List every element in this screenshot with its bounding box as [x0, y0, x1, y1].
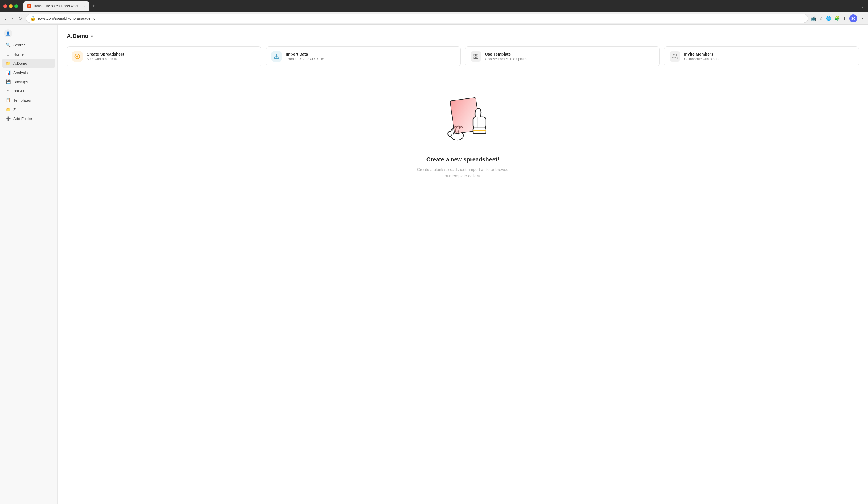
invite-members-icon	[670, 51, 680, 62]
invite-members-text: Invite Members Collaborate with others	[684, 52, 719, 61]
action-cards: Create Spreadsheet Start with a blank fi…	[67, 46, 859, 67]
tab-bar: R Rows: The spreadsheet wher... × +	[23, 1, 856, 11]
sidebar-item-ademo[interactable]: 📁 A.Demo	[2, 59, 55, 68]
use-template-subtitle: Choose from 50+ templates	[485, 57, 528, 61]
svg-rect-5	[476, 54, 478, 56]
svg-point-8	[673, 54, 675, 57]
invite-members-subtitle: Collaborate with others	[684, 57, 719, 61]
create-spreadsheet-icon	[72, 51, 83, 62]
sidebar: 👤 🔍 Search ⌂ Home 📁 A.Demo 📊 Analysis 💾 …	[0, 25, 58, 504]
address-bar-row: ‹ › ↻ 🔒 rows.com/sourabh-choraria/ademo …	[0, 12, 868, 25]
sidebar-z-label: Z	[13, 107, 16, 112]
add-folder-icon: ➕	[6, 116, 10, 121]
sidebar-item-add-folder[interactable]: ➕ Add Folder	[2, 114, 55, 123]
cast-icon[interactable]: 📺	[811, 16, 817, 21]
browser-menu-icon[interactable]: ⋮	[860, 4, 865, 8]
active-tab[interactable]: R Rows: The spreadsheet wher... ×	[23, 1, 90, 11]
forward-button[interactable]: ›	[10, 15, 14, 22]
import-data-icon	[271, 51, 282, 62]
translate-icon[interactable]: 🌐	[826, 16, 831, 21]
sidebar-item-z[interactable]: 📁 Z	[2, 105, 55, 114]
sidebar-search-label: Search	[13, 43, 25, 47]
empty-state-subtitle: Create a blank spreadsheet, import a fil…	[414, 167, 512, 179]
templates-icon: 📋	[6, 98, 10, 102]
svg-rect-6	[476, 57, 478, 59]
page-header: A.Demo ▾	[67, 33, 859, 39]
new-tab-button[interactable]: +	[92, 3, 95, 9]
page-title-dropdown-icon[interactable]: ▾	[91, 34, 93, 39]
tab-favicon: R	[27, 4, 31, 8]
create-spreadsheet-subtitle: Start with a blank file	[86, 57, 124, 61]
empty-state-title: Create a new spreadsheet!	[426, 156, 499, 163]
home-icon: ⌂	[6, 52, 10, 57]
tab-close-button[interactable]: ×	[83, 4, 85, 8]
sidebar-issues-label: Issues	[13, 89, 24, 93]
svg-rect-7	[474, 57, 475, 59]
sidebar-templates-label: Templates	[13, 98, 31, 102]
empty-illustration	[428, 95, 497, 147]
close-traffic-light[interactable]	[3, 4, 7, 8]
page-title: A.Demo	[67, 33, 89, 39]
maximize-traffic-light[interactable]	[14, 4, 18, 8]
empty-state: Create a new spreadsheet! Create a blank…	[67, 78, 859, 196]
browser-right-controls: ⋮	[860, 4, 865, 8]
z-folder-icon: 📁	[6, 107, 10, 112]
sidebar-item-home[interactable]: ⌂ Home	[2, 50, 55, 58]
traffic-lights	[3, 4, 18, 8]
create-spreadsheet-card[interactable]: Create Spreadsheet Start with a blank fi…	[67, 46, 261, 67]
sidebar-ademo-label: A.Demo	[13, 61, 27, 65]
browser-chrome: R Rows: The spreadsheet wher... × + ⋮	[0, 0, 868, 12]
sidebar-backups-label: Backups	[13, 80, 28, 84]
sidebar-item-templates[interactable]: 📋 Templates	[2, 96, 55, 104]
lock-icon: 🔒	[30, 16, 36, 21]
sidebar-item-search[interactable]: 🔍 Search	[2, 41, 55, 49]
search-icon: 🔍	[6, 43, 10, 47]
bookmark-icon[interactable]: ☆	[819, 16, 823, 21]
create-spreadsheet-text: Create Spreadsheet Start with a blank fi…	[86, 52, 124, 61]
create-spreadsheet-title: Create Spreadsheet	[86, 52, 124, 57]
invite-members-title: Invite Members	[684, 52, 719, 57]
import-data-text: Import Data From a CSV or XLSX file	[286, 52, 324, 61]
minimize-traffic-light[interactable]	[9, 4, 13, 8]
analysis-icon: 📊	[6, 70, 10, 75]
backups-icon: 💾	[6, 79, 10, 84]
tab-title: Rows: The spreadsheet wher...	[34, 4, 81, 8]
back-button[interactable]: ‹	[3, 15, 7, 22]
sidebar-item-backups[interactable]: 💾 Backups	[2, 78, 55, 86]
folder-icon: 📁	[6, 61, 10, 65]
issues-icon: ⚠	[6, 89, 10, 93]
profile-avatar[interactable]: SC	[849, 14, 857, 22]
browser-toolbar-right: 📺 ☆ 🌐 🧩 ⬇ SC ⋮	[811, 14, 865, 22]
chrome-menu-icon[interactable]: ⋮	[860, 16, 865, 21]
invite-members-card[interactable]: Invite Members Collaborate with others	[664, 46, 859, 67]
svg-rect-11	[473, 117, 486, 128]
main-content: A.Demo ▾ Create Spreadsheet Start with a…	[58, 25, 868, 504]
sidebar-add-folder-label: Add Folder	[13, 117, 32, 121]
extension-icon[interactable]: 🧩	[834, 16, 840, 21]
import-data-card[interactable]: Import Data From a CSV or XLSX file	[266, 46, 461, 67]
use-template-text: Use Template Choose from 50+ templates	[485, 52, 528, 61]
import-data-subtitle: From a CSV or XLSX file	[286, 57, 324, 61]
address-bar[interactable]: 🔒 rows.com/sourabh-choraria/ademo	[26, 14, 808, 23]
use-template-icon	[471, 51, 481, 62]
sidebar-analysis-label: Analysis	[13, 71, 28, 75]
sidebar-item-analysis[interactable]: 📊 Analysis	[2, 68, 55, 77]
use-template-title: Use Template	[485, 52, 528, 57]
user-avatar[interactable]: 👤	[4, 29, 12, 38]
sidebar-item-issues[interactable]: ⚠ Issues	[2, 87, 55, 95]
app-layout: 👤 🔍 Search ⌂ Home 📁 A.Demo 📊 Analysis 💾 …	[0, 25, 868, 504]
reload-button[interactable]: ↻	[17, 14, 23, 22]
download-icon[interactable]: ⬇	[843, 16, 846, 21]
address-text: rows.com/sourabh-choraria/ademo	[38, 16, 96, 20]
use-template-card[interactable]: Use Template Choose from 50+ templates	[465, 46, 660, 67]
sidebar-home-label: Home	[13, 52, 23, 57]
import-data-title: Import Data	[286, 52, 324, 57]
svg-rect-4	[474, 54, 475, 56]
